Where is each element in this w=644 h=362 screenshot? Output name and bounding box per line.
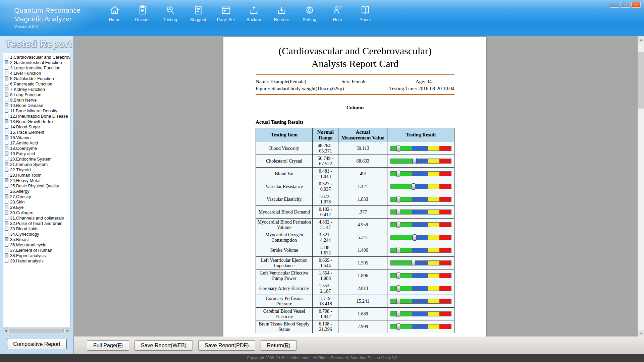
document-icon (5, 205, 8, 209)
bar-segment-yellow (428, 274, 439, 278)
bar-segment-green (391, 312, 412, 316)
measurement-value-cell: 15.241 (338, 295, 387, 308)
bar-segment-yellow (428, 312, 439, 316)
document-icon (5, 194, 8, 198)
tree-item[interactable]: 35.Breast (4, 237, 70, 242)
bar-segment-yellow (428, 286, 439, 291)
measurement-value-cell: 1.595 (338, 257, 387, 269)
testing-item-cell: Coronary Perfusion Pressure (256, 295, 313, 308)
document-icon (5, 87, 8, 91)
section-title: Actual Testing Results (256, 119, 454, 125)
tree-item[interactable]: 5.Gallbladder Function (4, 76, 70, 81)
svg-text:?: ? (339, 5, 341, 10)
tree-item[interactable]: 22.Thyroid (4, 167, 70, 172)
measurement-value-cell: .377 (338, 206, 387, 219)
tree-item[interactable]: 30.Collagen (4, 210, 70, 215)
save-report-pdf-button[interactable]: Save Report(PDF) (198, 340, 255, 351)
tree-item[interactable]: 25.Basic Physical Quality (4, 183, 70, 188)
tree-item[interactable]: 36.Menstrual cycle (4, 242, 70, 247)
tree-item[interactable]: 23.Human Toxin (4, 172, 70, 178)
tree-item[interactable]: 29.Eye (4, 204, 70, 210)
tree-item[interactable]: 26.Allergy (4, 188, 70, 194)
tree-item[interactable]: 12.Rheumatoid Bone Disease (4, 113, 70, 119)
toolbar-item[interactable]: Setting (296, 5, 323, 22)
toolbar-item-label: Setting (303, 17, 316, 22)
normal-range-cell: 0.327 - 0.937 (313, 180, 338, 193)
save-report-web-button[interactable]: Save Report(WEB) (135, 340, 193, 351)
normal-range-cell: 11.719 - 18.418 (313, 295, 338, 308)
toolbar-item[interactable]: Dossier (128, 5, 156, 22)
horizontal-scroll-thumb[interactable] (9, 329, 64, 333)
maximize-button[interactable]: □ (621, 2, 630, 8)
tree-item-label: 23.Human Toxin (10, 173, 42, 178)
tree-item[interactable]: 39.Hand analysis (4, 258, 70, 263)
table-row: Myocardial Oxygen Consumption 3.321 - 4.… (256, 231, 454, 244)
scroll-down-arrow-icon[interactable]: ▼ (638, 330, 644, 337)
toolbar-item[interactable]: Backup (240, 5, 268, 22)
testing-result-bar (390, 311, 451, 316)
testing-result-bar (390, 159, 451, 164)
tree-item[interactable]: 18.Coenzyme (4, 145, 70, 151)
tree-item[interactable]: 34.Gynecology (4, 231, 70, 237)
vertical-scroll-thumb[interactable] (638, 52, 644, 109)
tree-item[interactable]: 33.Blood lipids (4, 226, 70, 231)
testing-result-cell (387, 308, 454, 320)
tree-item[interactable]: 37.Element of Human (4, 247, 70, 253)
tree-item[interactable]: 24.Heavy Metal (4, 178, 70, 183)
toolbar-item[interactable]: ? Help (323, 5, 351, 22)
tree-item[interactable]: 20.Endocrine System (4, 156, 70, 162)
tree-item[interactable]: 17.Amino Acid (4, 140, 70, 145)
tree-item-label: 33.Blood lipids (10, 226, 39, 231)
scroll-left-arrow-icon[interactable]: ◀ (3, 328, 8, 333)
tree-item[interactable]: 19.Fatty acid (4, 151, 70, 156)
report-title: (Cardiovascular and Cerebrovascular) Ana… (256, 45, 454, 70)
tree-item[interactable]: 32.Pulse of heart and brain (4, 221, 70, 226)
toolbar-item[interactable]: Restore (268, 5, 296, 22)
testing-result-bar (390, 184, 451, 189)
bar-segment-yellow (428, 210, 439, 214)
document-icon (5, 221, 8, 225)
tree-item[interactable]: 21.Immune System (4, 162, 70, 167)
toolbar-item[interactable]: Testing (156, 5, 184, 22)
toolbar-item[interactable]: Suggest (184, 5, 212, 22)
table-row: Stroke Volume 1.338 - 1.672 1.406 (256, 244, 454, 257)
measurement-value-cell: .491 (338, 168, 387, 180)
testing-item-cell: Cholesterol Crystal (256, 155, 313, 168)
tree-item[interactable]: 31.Channels and collaterals (4, 215, 70, 221)
scroll-right-arrow-icon[interactable]: ▶ (65, 328, 70, 333)
tree-item[interactable]: 15.Trace Element (4, 129, 70, 135)
bar-segment-blue (412, 210, 428, 214)
tree-item[interactable]: 27.Obesity (4, 194, 70, 199)
normal-range-cell: 6.138 - 21.396 (313, 320, 338, 333)
tree-item[interactable]: 8.Lung Function (4, 92, 70, 97)
tree-item[interactable]: 13.Bone Growth Index (4, 119, 70, 124)
tree-item[interactable]: 14.Blood Sugar (4, 124, 70, 129)
compositive-report-button[interactable]: Compositive Report (7, 339, 67, 349)
tree-item[interactable]: 38.Expert analysis (4, 253, 70, 258)
document-icon (5, 93, 8, 97)
tree-item[interactable]: 3.Large Intestine Function (4, 65, 70, 70)
toolbar-item[interactable]: About (351, 5, 379, 22)
tree-item[interactable]: 2.Gastrointestinal Function (4, 60, 70, 65)
tree-item[interactable]: 9.Brain Nerve (4, 97, 70, 103)
tree-item[interactable]: 10.Bone Disease (4, 103, 70, 108)
scroll-up-arrow-icon[interactable]: ▲ (638, 36, 644, 43)
tree-item[interactable]: 16.Vitamin (4, 135, 70, 140)
close-button[interactable]: × (631, 2, 641, 8)
full-page-button[interactable]: Full Page(F) (87, 340, 129, 351)
toolbar-item-label: Testing (163, 17, 177, 22)
minimize-button[interactable]: – (610, 2, 619, 8)
toolbar-item[interactable]: Page Set (212, 5, 240, 22)
tree-item[interactable]: 11.Bone Mineral Density (4, 108, 70, 113)
tree-item[interactable]: 6.Pancreatic Function (4, 81, 70, 86)
tree-item[interactable]: 28.Skin (4, 199, 70, 204)
tree-item[interactable]: 4.Liver Function (4, 70, 70, 76)
tree-item-label: 31.Channels and collaterals (10, 216, 64, 221)
return-button[interactable]: Return(R) (261, 340, 297, 351)
tree-item-label: 25.Basic Physical Quality (10, 183, 59, 188)
toolbar-item[interactable]: Home (101, 5, 128, 22)
tree-item-label: 20.Endocrine System (10, 157, 52, 162)
table-row: Cholesterol Crystal 56.749 - 67.522 68.6… (256, 155, 454, 168)
tree-item[interactable]: 7.Kidney Function (4, 86, 70, 92)
tree-item[interactable]: 1.Cardiovascular and Cerebrovascular (4, 54, 70, 60)
